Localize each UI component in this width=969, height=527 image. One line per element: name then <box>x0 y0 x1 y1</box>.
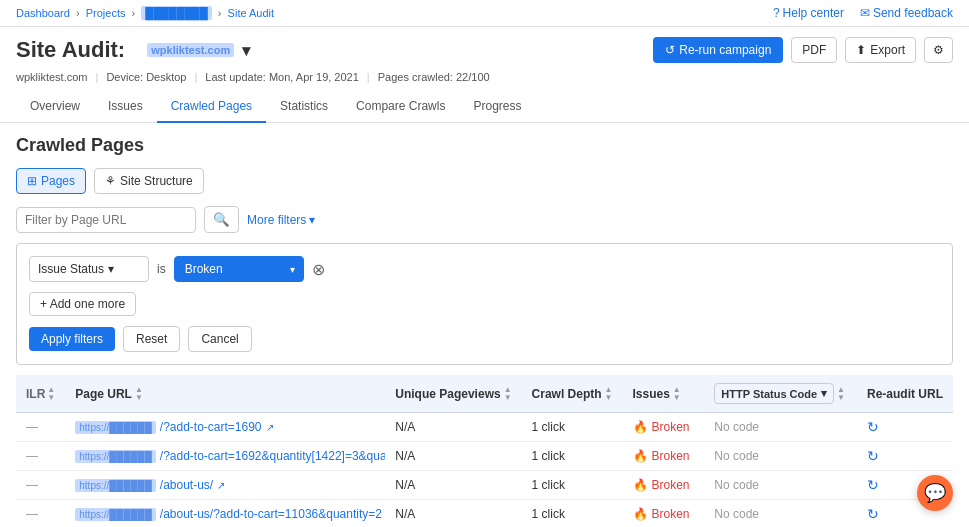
cell-reaudit: ↻ <box>857 442 953 471</box>
section-title: Crawled Pages <box>16 135 953 156</box>
breadcrumb-project[interactable]: ████████ <box>141 6 211 20</box>
col-header-page-url[interactable]: Page URL ▲▼ <box>65 375 385 413</box>
external-link-icon: ↗ <box>266 422 274 433</box>
pages-crawled-label: Pages crawled: 22/100 <box>378 71 490 83</box>
rerun-icon: ↺ <box>665 43 675 57</box>
col-header-ilr[interactable]: ILR ▲▼ <box>16 375 65 413</box>
cell-url: https://██████/about-us/ ↗ <box>65 471 385 500</box>
site-structure-view-button[interactable]: ⚘ Site Structure <box>94 168 204 194</box>
filter-row: 🔍 More filters ▾ <box>16 206 953 233</box>
sort-arrows-status: ▲▼ <box>837 386 845 402</box>
tab-statistics[interactable]: Statistics <box>266 91 342 123</box>
chevron-down-icon: ▾ <box>108 262 114 276</box>
reset-filters-button[interactable]: Reset <box>123 326 180 352</box>
breadcrumb: Dashboard › Projects › ████████ › Site A… <box>16 7 274 19</box>
page-header: Site Audit: wpkliktest.com ▾ ↺ Re-run ca… <box>0 27 969 69</box>
rerun-campaign-button[interactable]: ↺ Re-run campaign <box>653 37 783 63</box>
reaudit-button[interactable]: ↻ <box>867 506 879 522</box>
help-center-link[interactable]: ? Help center <box>773 6 844 20</box>
view-toggles: ⊞ Pages ⚘ Site Structure <box>16 168 953 194</box>
pdf-button[interactable]: PDF <box>791 37 837 63</box>
page-url-link[interactable]: https://██████/?add-to-cart=1692&quantit… <box>75 449 375 463</box>
device-label: Device: Desktop <box>106 71 186 83</box>
http-status-dropdown[interactable]: HTTP Status Code ▾ <box>714 383 834 404</box>
sort-arrows-depth: ▲▼ <box>605 386 613 402</box>
crawled-pages-section: Crawled Pages ⊞ Pages ⚘ Site Structure 🔍… <box>0 123 969 527</box>
chat-bubble-button[interactable]: 💬 <box>917 475 953 511</box>
tab-crawled-pages[interactable]: Crawled Pages <box>157 91 266 123</box>
cell-depth: 1 click <box>522 442 623 471</box>
filter-clear-button[interactable]: ⊗ <box>312 260 325 279</box>
reaudit-button[interactable]: ↻ <box>867 448 879 464</box>
chevron-down-icon: ▾ <box>821 387 827 400</box>
add-more-container: + Add one more <box>29 292 940 316</box>
cell-pageviews: N/A <box>385 500 521 528</box>
page-url-link[interactable]: https://██████/about-us/ ↗ <box>75 478 375 492</box>
cancel-filters-button[interactable]: Cancel <box>188 326 251 352</box>
settings-button[interactable]: ⚙ <box>924 37 953 63</box>
tree-icon: ⚘ <box>105 174 116 188</box>
reaudit-button[interactable]: ↻ <box>867 477 879 493</box>
cell-pageviews: N/A <box>385 471 521 500</box>
sort-arrows-pageviews: ▲▼ <box>504 386 512 402</box>
tab-overview[interactable]: Overview <box>16 91 94 123</box>
external-link-icon: ↗ <box>217 480 225 491</box>
fire-icon: 🔥 <box>633 420 648 434</box>
col-header-crawl-depth[interactable]: Crawl Depth ▲▼ <box>522 375 623 413</box>
crawled-pages-table: ILR ▲▼ Page URL ▲▼ Unique Pageviews <box>16 375 953 527</box>
export-button[interactable]: ⬆ Export <box>845 37 916 63</box>
cell-depth: 1 click <box>522 413 623 442</box>
table-row: — https://██████/?add-to-cart=1692&quant… <box>16 442 953 471</box>
filter-box: Issue Status ▾ is Broken ▾ ⊗ + Add one m… <box>16 243 953 365</box>
cell-ilr: — <box>16 442 65 471</box>
domain-label: wpkliktest.com <box>16 71 88 83</box>
tab-issues[interactable]: Issues <box>94 91 157 123</box>
table-row: — https://██████/?add-to-cart=1690 ↗ N/A… <box>16 413 953 442</box>
filter-actions: Apply filters Reset Cancel <box>29 326 940 352</box>
filter-criteria: Issue Status ▾ is Broken ▾ ⊗ <box>29 256 940 282</box>
tab-progress[interactable]: Progress <box>459 91 535 123</box>
table-row: — https://██████/about-us/?add-to-cart=1… <box>16 500 953 528</box>
add-more-filter-button[interactable]: + Add one more <box>29 292 136 316</box>
page-url-link[interactable]: https://██████/?add-to-cart=1690 ↗ <box>75 420 375 434</box>
cell-ilr: — <box>16 413 65 442</box>
cell-depth: 1 click <box>522 500 623 528</box>
col-header-http-status[interactable]: HTTP Status Code ▾ ▲▼ <box>704 375 857 413</box>
cell-url: https://██████/?add-to-cart=1690 ↗ <box>65 413 385 442</box>
breadcrumb-site-audit: Site Audit <box>228 7 274 19</box>
table-body: — https://██████/?add-to-cart=1690 ↗ N/A… <box>16 413 953 528</box>
filter-search-button[interactable]: 🔍 <box>204 206 239 233</box>
fire-icon: 🔥 <box>633 507 648 521</box>
sort-arrows-issues: ▲▼ <box>673 386 681 402</box>
fire-icon: 🔥 <box>633 478 648 492</box>
help-icon: ? <box>773 6 780 20</box>
cell-ilr: — <box>16 500 65 528</box>
tabs: Overview Issues Crawled Pages Statistics… <box>0 91 969 123</box>
title-dropdown-icon[interactable]: ▾ <box>242 41 250 60</box>
breadcrumb-projects[interactable]: Projects <box>86 7 126 19</box>
cell-pageviews: N/A <box>385 442 521 471</box>
cell-issues: 🔥 Broken <box>623 413 705 442</box>
cell-pageviews: N/A <box>385 413 521 442</box>
table-container: ILR ▲▼ Page URL ▲▼ Unique Pageviews <box>16 375 953 527</box>
cell-depth: 1 click <box>522 471 623 500</box>
col-header-issues[interactable]: Issues ▲▼ <box>623 375 705 413</box>
top-bar-right: ? Help center ✉ Send feedback <box>773 6 953 20</box>
export-icon: ⬆ <box>856 43 866 57</box>
col-header-unique-pageviews[interactable]: Unique Pageviews ▲▼ <box>385 375 521 413</box>
cell-ilr: — <box>16 471 65 500</box>
apply-filters-button[interactable]: Apply filters <box>29 327 115 351</box>
reaudit-button[interactable]: ↻ <box>867 419 879 435</box>
col-header-reaudit-url: Re-audit URL <box>857 375 953 413</box>
more-filters-button[interactable]: More filters ▾ <box>247 213 315 227</box>
filter-value-select[interactable]: Broken ▾ <box>174 256 304 282</box>
send-feedback-link[interactable]: ✉ Send feedback <box>860 6 953 20</box>
pages-view-button[interactable]: ⊞ Pages <box>16 168 86 194</box>
url-filter-input[interactable] <box>16 207 196 233</box>
cell-http-status: No code <box>704 442 857 471</box>
breadcrumb-dashboard[interactable]: Dashboard <box>16 7 70 19</box>
cell-issues: 🔥 Broken <box>623 471 705 500</box>
tab-compare-crawls[interactable]: Compare Crawls <box>342 91 459 123</box>
page-url-link[interactable]: https://██████/about-us/?add-to-cart=110… <box>75 507 375 521</box>
issue-status-select[interactable]: Issue Status ▾ <box>29 256 149 282</box>
